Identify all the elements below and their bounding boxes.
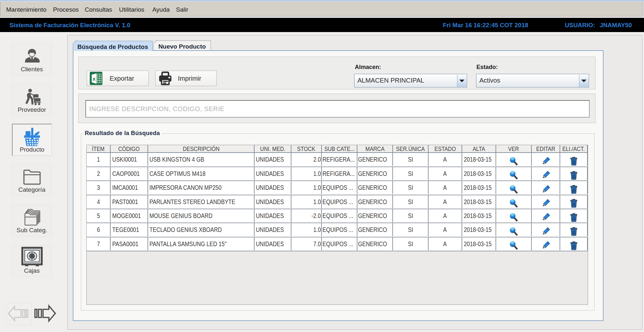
svg-text:x: x: [93, 76, 96, 82]
